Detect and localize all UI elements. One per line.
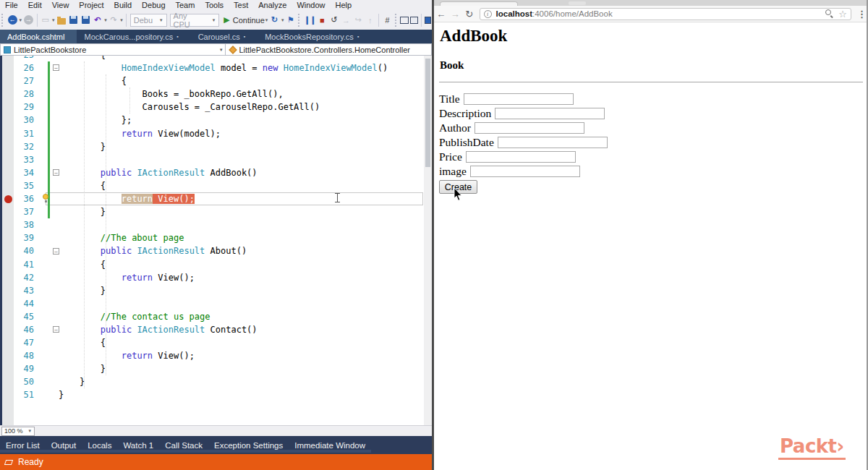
document-tab[interactable]: MockCarous...pository.cs▪ bbox=[77, 30, 190, 43]
code-line-40[interactable]: 40 public IActionResult About() bbox=[2, 244, 432, 257]
publishdate-input[interactable] bbox=[498, 137, 608, 148]
code-line-37[interactable]: 37 } bbox=[2, 205, 432, 218]
collapse-region-icon[interactable]: – bbox=[53, 64, 59, 71]
zoom-icon[interactable] bbox=[825, 9, 834, 18]
browser-menu-icon[interactable]: ⋮ bbox=[857, 9, 867, 20]
pause-icon[interactable]: ❙❙ bbox=[304, 14, 315, 26]
collapse-region-icon[interactable]: – bbox=[53, 248, 59, 255]
code-line-41[interactable]: 41 { bbox=[2, 258, 432, 271]
refresh-icon[interactable]: ↻ bbox=[269, 14, 280, 26]
price-input[interactable] bbox=[466, 151, 576, 163]
collapse-region-icon[interactable]: – bbox=[53, 326, 59, 333]
code-line-25[interactable]: 25 { bbox=[2, 56, 432, 61]
navigate-forward-icon[interactable]: → bbox=[23, 14, 34, 26]
bookmark-star-icon[interactable]: ☆ bbox=[838, 9, 847, 20]
code-line-43[interactable]: 43 } bbox=[2, 284, 432, 297]
panel-tab-exception-settings[interactable]: Exception Settings bbox=[208, 440, 289, 453]
undo-icon[interactable]: ↶ bbox=[93, 14, 103, 26]
continue-dropdown-icon[interactable]: ▾ bbox=[265, 17, 268, 23]
restart-icon[interactable]: ↺ bbox=[329, 14, 340, 26]
panel-tab-locals[interactable]: Locals bbox=[82, 440, 117, 453]
panel-tab-watch-1[interactable]: Watch 1 bbox=[117, 440, 159, 453]
quick-actions-lightbulb-icon[interactable] bbox=[43, 194, 48, 200]
code-line-47[interactable]: 47 { bbox=[2, 336, 432, 349]
menu-item-analyze[interactable]: Analyze bbox=[253, 0, 292, 10]
debug-configuration-dropdown[interactable]: Debu ▾ bbox=[130, 14, 167, 27]
forward-icon[interactable]: → bbox=[448, 9, 463, 20]
output-window-icon[interactable] bbox=[400, 17, 408, 24]
open-file-icon[interactable] bbox=[56, 14, 67, 26]
code-line-38[interactable]: 38 bbox=[2, 218, 432, 231]
code-line-27[interactable]: 27 { bbox=[2, 74, 432, 87]
new-tab-button[interactable] bbox=[569, 1, 586, 5]
menu-item-team[interactable]: Team bbox=[171, 0, 200, 10]
document-tab[interactable]: Carousel.cs▪ bbox=[191, 30, 258, 43]
panel-tab-error-list[interactable]: Error List bbox=[0, 440, 46, 453]
code-line-34[interactable]: 34 public IActionResult AddBook() bbox=[2, 166, 432, 179]
author-input[interactable] bbox=[475, 122, 584, 134]
panel-tab-call-stack[interactable]: Call Stack bbox=[159, 440, 208, 453]
code-line-45[interactable]: 45 //The contact us page bbox=[2, 310, 432, 323]
menu-item-project[interactable]: Project bbox=[74, 0, 109, 10]
address-bar[interactable]: i localhost :4006/home/AddBook ☆ bbox=[480, 8, 851, 20]
refresh-dropdown-icon[interactable]: ▾ bbox=[281, 17, 284, 23]
code-line-32[interactable]: 32 } bbox=[2, 140, 432, 153]
redo-icon[interactable]: ↷ bbox=[109, 14, 119, 26]
continue-play-icon[interactable]: ▶ bbox=[221, 14, 232, 26]
description-input[interactable] bbox=[495, 108, 605, 119]
image-input[interactable] bbox=[470, 166, 580, 177]
code-line-30[interactable]: 30 }; bbox=[2, 114, 432, 127]
menu-item-edit[interactable]: Edit bbox=[23, 0, 47, 10]
back-icon[interactable]: ← bbox=[434, 9, 448, 20]
document-tab[interactable]: AddBook.cshtml bbox=[0, 30, 77, 43]
document-tab[interactable]: MockBooksRepository.cs▪ bbox=[258, 30, 371, 43]
menu-item-view[interactable]: View bbox=[47, 0, 75, 10]
code-line-49[interactable]: 49 } bbox=[2, 362, 432, 375]
solution-explorer-icon[interactable] bbox=[425, 17, 431, 24]
hex-display-icon[interactable]: # bbox=[382, 14, 393, 26]
collapse-region-icon[interactable]: – bbox=[53, 169, 59, 176]
menu-item-tools[interactable]: Tools bbox=[200, 0, 229, 10]
code-line-46[interactable]: 46 public IActionResult Contact() bbox=[2, 323, 432, 336]
platform-dropdown[interactable]: Any CPU ▾ bbox=[170, 14, 220, 27]
panel-tab-immediate-window[interactable]: Immediate Window bbox=[289, 440, 371, 453]
page-info-icon[interactable]: i bbox=[484, 10, 492, 18]
code-line-39[interactable]: 39 //The about page bbox=[2, 231, 432, 244]
navigate-back-icon[interactable]: ← bbox=[7, 14, 18, 26]
code-line-26[interactable]: 26 HomeIndexViewModel model = new HomeIn… bbox=[2, 61, 432, 74]
menu-item-test[interactable]: Test bbox=[229, 0, 253, 10]
editor-zoom-dropdown[interactable]: 100 % ▾ bbox=[1, 427, 35, 436]
redo-dropdown-icon[interactable]: ▾ bbox=[120, 17, 123, 23]
code-line-35[interactable]: 35 { bbox=[2, 179, 432, 192]
code-line-51[interactable]: 51} bbox=[2, 388, 432, 401]
title-input[interactable] bbox=[464, 93, 574, 105]
breakpoint-icon[interactable] bbox=[4, 195, 12, 203]
code-editor[interactable]: 25 {26 HomeIndexViewModel model = new Ho… bbox=[0, 56, 432, 425]
code-line-44[interactable]: 44 bbox=[2, 297, 432, 310]
menu-item-build[interactable]: Build bbox=[109, 0, 137, 10]
code-line-29[interactable]: 29 Carousels = _CarouselRepo.GetAll() bbox=[2, 101, 432, 114]
immediate-window-icon[interactable] bbox=[410, 17, 418, 24]
type-member-dropdown[interactable]: LittlePacktBookstore.Controllers.HomeCon… bbox=[226, 43, 432, 56]
reload-icon[interactable]: ↻ bbox=[462, 9, 477, 20]
save-all-icon[interactable] bbox=[80, 14, 91, 26]
menu-item-help[interactable]: Help bbox=[331, 0, 357, 10]
save-icon[interactable] bbox=[68, 14, 79, 26]
panel-tab-output[interactable]: Output bbox=[46, 440, 82, 453]
undo-dropdown-icon[interactable]: ▾ bbox=[104, 17, 107, 23]
back-dropdown-icon[interactable]: ▾ bbox=[19, 17, 22, 23]
menu-item-window[interactable]: Window bbox=[292, 0, 330, 10]
menu-item-file[interactable]: File bbox=[0, 0, 23, 10]
menu-item-debug[interactable]: Debug bbox=[137, 0, 170, 10]
browser-link-icon[interactable]: ⚑ bbox=[286, 14, 297, 26]
new-file-dropdown-icon[interactable]: ▾ bbox=[52, 17, 55, 23]
project-dropdown[interactable]: LittlePacktBookstore ▾ bbox=[0, 43, 226, 56]
editor-scrollbar[interactable] bbox=[424, 56, 432, 425]
code-line-36[interactable]: 36 return View(); bbox=[2, 192, 432, 205]
code-line-33[interactable]: 33 bbox=[2, 153, 432, 166]
code-line-48[interactable]: 48 return View(); bbox=[2, 349, 432, 362]
new-file-icon[interactable]: ▭ bbox=[40, 14, 51, 26]
code-line-31[interactable]: 31 return View(model); bbox=[2, 127, 432, 140]
code-line-28[interactable]: 28 Books = _bookRepo.GetAll(), bbox=[2, 87, 432, 101]
code-line-50[interactable]: 50 } bbox=[2, 375, 432, 388]
